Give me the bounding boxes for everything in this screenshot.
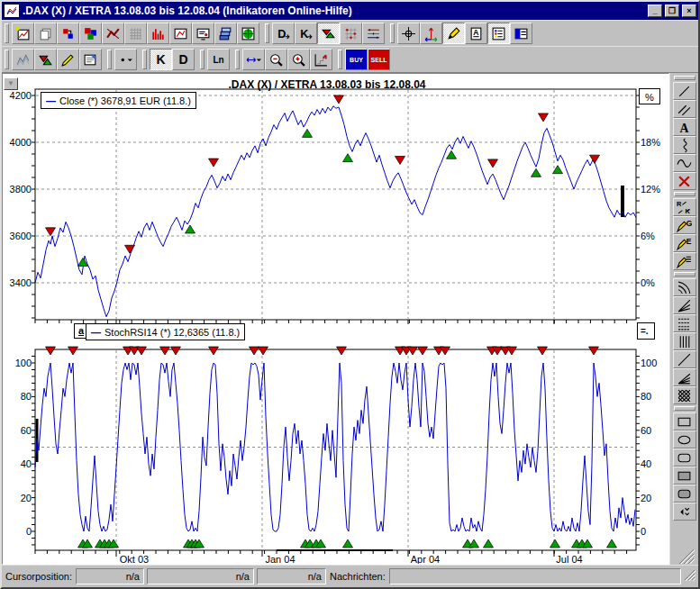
time-zones-tool[interactable] [673,332,696,350]
svg-text:K: K [300,26,309,40]
daily-mode-button[interactable]: D [172,49,195,70]
hscale-dropdown[interactable] [242,49,265,70]
toolbar-grip-icon[interactable] [674,406,695,411]
group-grip-icon[interactable] [5,50,9,69]
zoom-in-button[interactable] [287,49,310,70]
levels-button[interactable] [362,23,385,44]
resize-grip[interactable] [684,568,695,584]
freehand-tool[interactable] [673,136,696,154]
chart-area[interactable]: 4200400038003600340018%12%6%0%1001008080… [2,73,669,565]
line-style-dropdown[interactable] [114,49,137,70]
toolbar-grip-icon[interactable] [674,272,695,276]
svg-text:0: 0 [26,526,32,537]
trend-line-tool[interactable] [673,82,696,100]
close-button[interactable]: × [682,5,696,17]
collapse-panel-button[interactable]: ▼ [4,77,18,90]
indicator-d-button[interactable]: D [272,23,295,44]
group-grip-icon[interactable] [5,23,9,43]
delete-drawing-tool[interactable] [673,172,696,190]
data-table-button[interactable] [124,23,147,44]
group-grip-icon[interactable] [235,50,240,69]
annotation-tool[interactable] [673,252,696,270]
filled-rect-tool[interactable] [673,467,696,485]
group-grip-icon[interactable] [390,23,395,43]
template-button[interactable] [57,23,79,44]
reset-view-button[interactable] [310,49,332,70]
chart-canvas[interactable]: 4200400038003600340018%12%6%0%1001008080… [3,74,668,565]
group-grip-icon[interactable] [338,50,342,69]
svg-text:100: 100 [15,358,32,368]
objects-button[interactable] [79,23,102,44]
axes-button[interactable] [420,23,442,44]
toolbar-group [3,22,261,46]
price-target-tool[interactable]: RK [673,198,696,216]
regression-line-tool[interactable] [673,350,696,368]
gann-tool[interactable]: G [673,216,696,234]
curve-tool[interactable] [673,154,696,172]
stoch-legend-text: StochRSI14 (*) 12,6365 (11.8.) [105,327,240,338]
legend-button[interactable] [487,23,510,44]
group-grip-icon[interactable] [142,50,147,69]
group-grip-icon[interactable] [265,23,269,43]
toolbar-grip-icon[interactable] [674,76,695,80]
stoch-series-legend[interactable]: — StochRSI14 (*) 12,6365 (11.8.) [86,323,245,340]
line-chart-button[interactable] [169,23,192,44]
svg-text:Jan 04: Jan 04 [265,554,295,565]
percent-scale-button[interactable]: % [639,88,660,104]
fib-retracement-tool[interactable] [673,314,696,332]
candle-mode-button[interactable]: K [150,49,172,70]
log-scale-button[interactable]: Ln [207,49,230,70]
close-chart-button[interactable] [102,23,124,44]
draw-mode-button[interactable] [442,23,465,44]
rect-o-icon [677,414,692,430]
histogram-button[interactable] [147,23,169,44]
rectangle-tool[interactable] [673,412,696,430]
copy-chart-button[interactable] [34,23,57,44]
parallel-lines-tool[interactable] [673,100,696,118]
sketch-button[interactable] [12,49,34,70]
price-and-stochrsi-chart[interactable]: 4200400038003600340018%12%6%0%1001008080… [3,74,668,565]
notes-button[interactable]: A [465,23,487,44]
svg-text:20: 20 [641,493,651,503]
formula-button[interactable]: =. [637,322,655,340]
ellipse-tool[interactable] [673,430,696,449]
highlight-button[interactable] [57,49,79,70]
group-grip-icon[interactable] [107,50,112,69]
grid-signals-button[interactable] [340,23,362,44]
rounded-rect-tool[interactable] [673,449,696,467]
minimize-button[interactable]: _ [648,5,662,17]
scroll-arrows[interactable] [673,503,696,521]
elliott-tool[interactable]: E [673,234,696,252]
filled-rounded-rect-tool[interactable] [673,485,696,503]
group-grip-icon[interactable] [200,50,205,69]
world-markets-button[interactable] [237,23,259,44]
properties-button[interactable] [79,49,102,70]
buy-button[interactable]: BUY [345,49,368,70]
presentation-button[interactable] [192,23,214,44]
grid-overlay-tool[interactable] [673,386,696,404]
cursor-value-3: n/a [257,568,326,584]
toolbar-grip-icon[interactable] [674,192,695,196]
indicator-k-button[interactable]: K [295,23,317,44]
hlines-icon [366,26,381,41]
maximize-button[interactable]: ❐ [665,5,679,17]
signals-button[interactable] [317,23,340,44]
crosshair-button[interactable] [397,23,420,44]
layout-button[interactable] [510,23,532,44]
panel-resize-grip[interactable] [675,548,695,564]
text-tool[interactable]: A [673,118,696,136]
svg-text:3800: 3800 [10,184,32,195]
sell-button[interactable]: SELL [368,49,390,70]
layers-button[interactable] [214,23,237,44]
svg-text:Jul 04: Jul 04 [556,554,582,565]
main-series-legend[interactable]: — Close (*) 3678,91 EUR (11.8.) [41,92,196,109]
new-chart-button[interactable] [12,23,34,44]
fib-fan-tool[interactable] [673,296,696,314]
buysell-signals-button[interactable] [34,49,57,70]
title-bar[interactable]: .DAX (X) / XETRA 13.08.03 bis 12.08.04 (… [2,2,698,20]
speed-lines-tool[interactable] [673,368,696,386]
fib-icon [677,316,692,331]
zoom-out-button[interactable] [265,49,287,70]
fib-arcs-tool[interactable] [673,278,696,296]
layers-icon [218,26,233,41]
